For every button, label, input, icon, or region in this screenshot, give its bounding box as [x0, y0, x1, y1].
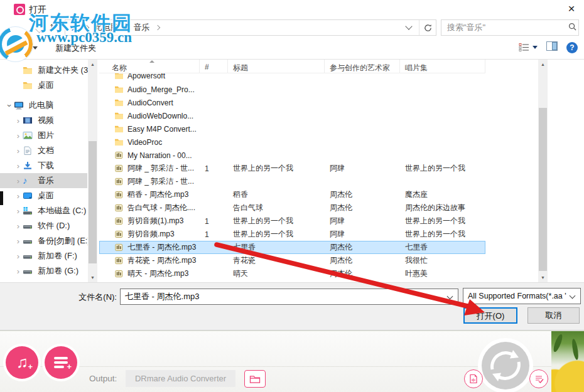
- views-button[interactable]: [519, 43, 538, 52]
- address-dropdown-icon[interactable]: [405, 23, 412, 29]
- file-artist: 阿肆: [325, 216, 400, 226]
- file-name: AudioWebDownlo...: [127, 112, 193, 120]
- converted-list-button[interactable]: [529, 369, 548, 388]
- file-row[interactable]: Easy M4P Convert...: [99, 122, 485, 135]
- sidebar-item[interactable]: ›本地磁盘 (C:): [0, 203, 99, 218]
- filename-combobox[interactable]: 七里香 - 周杰伦.mp3: [120, 289, 458, 305]
- tree-expander-icon[interactable]: ›: [14, 161, 23, 171]
- folder-icon: [114, 112, 124, 120]
- breadcrumb-separator: [123, 25, 128, 30]
- file-row[interactable]: 阿肆 _ 郭采洁 - 世...: [99, 175, 485, 188]
- file-title: 世界上的另一个我: [228, 163, 325, 174]
- refresh-icon[interactable]: [419, 20, 436, 35]
- audio-icon: [114, 217, 124, 226]
- organize-button[interactable]: 组织: [13, 43, 38, 54]
- column-header[interactable]: 名称: [99, 60, 200, 73]
- sidebar-item[interactable]: ›新加卷 (G:): [0, 263, 99, 278]
- file-row[interactable]: My Narration - 00...: [99, 149, 485, 162]
- desktop-wallpaper: [551, 331, 584, 392]
- file-row[interactable]: 剪切音频(1).mp31世界上的另一个我阿肆世界上的另一个我: [99, 215, 485, 228]
- tree-expander-icon[interactable]: ›: [14, 116, 23, 125]
- file-row[interactable]: AudioConvert: [99, 96, 485, 109]
- history-chevron-icon[interactable]: [35, 25, 43, 33]
- file-row[interactable]: AudioWebDownlo...: [99, 109, 485, 122]
- sidebar-item[interactable]: ›软件 (D:): [0, 218, 99, 233]
- help-icon[interactable]: ?: [566, 42, 578, 53]
- sidebar-item-label: 新建文件夹 (3): [38, 65, 91, 76]
- tree-expander-icon[interactable]: ›: [14, 131, 23, 140]
- file-name: 剪切音频(1).mp3: [127, 216, 183, 226]
- search-icon[interactable]: [568, 22, 578, 33]
- file-row[interactable]: 七里香 - 周杰伦.mp3七里香周杰伦七里香: [99, 241, 485, 254]
- navigation-bar: ↑ ♪ 此电脑 音乐 搜索"音乐": [0, 19, 584, 36]
- video-icon: [23, 116, 34, 125]
- file-row[interactable]: 告白气球 - 周杰伦....告白气球周杰伦周杰伦的床边故事: [99, 201, 485, 215]
- sidebar-item[interactable]: ›♪音乐: [0, 173, 87, 188]
- sidebar-item[interactable]: ›备份[勿删] (E:): [0, 233, 99, 248]
- breadcrumb-music[interactable]: 音乐: [134, 22, 150, 33]
- file-row[interactable]: 稻香 - 周杰伦.mp3稻香周杰伦魔杰座: [99, 188, 485, 201]
- column-header[interactable]: 唱片集: [400, 60, 485, 73]
- tree-expander-icon[interactable]: ›: [14, 267, 23, 276]
- open-button[interactable]: 打开(O): [463, 307, 517, 324]
- tree-expander-icon[interactable]: ›: [14, 176, 23, 186]
- output-folder-button[interactable]: [244, 370, 266, 388]
- dialog-footer: 文件名(N): 七里香 - 周杰伦.mp3 All Supported Form…: [0, 282, 584, 331]
- file-name: 告白气球 - 周杰伦....: [127, 203, 195, 213]
- file-row[interactable]: 晴天 - 周杰伦.mp3晴天周杰伦叶惠美: [99, 267, 485, 280]
- scroll-down-icon[interactable]: ▼: [538, 273, 548, 282]
- output-path-field[interactable]: DRmare Audio Converter: [126, 370, 235, 387]
- views-caret-icon: [533, 46, 538, 49]
- tree-expander-icon[interactable]: ›: [5, 101, 14, 110]
- sidebar-item[interactable]: ›此电脑: [0, 98, 99, 113]
- cancel-button[interactable]: 取消: [527, 307, 580, 324]
- tree-expander-icon[interactable]: ›: [14, 221, 23, 231]
- add-music-button[interactable]: ♫ +: [6, 346, 38, 379]
- scrollbar-thumb[interactable]: [539, 108, 547, 271]
- sidebar-item[interactable]: ›视频: [0, 113, 99, 128]
- tree-expander-icon[interactable]: ›: [14, 206, 23, 216]
- file-row[interactable]: 阿肆 _ 郭采洁 - 世...1世界上的另一个我阿肆世界上的另一个我: [99, 162, 485, 175]
- sidebar-item[interactable]: ›新加卷 (F:): [0, 248, 99, 263]
- file-title: 世界上的另一个我: [228, 229, 325, 240]
- audio-file-icon-button[interactable]: [464, 369, 483, 388]
- tree-expander-icon[interactable]: ›: [14, 252, 23, 261]
- filetype-select[interactable]: All Supported Formats(*.aa ': [463, 288, 581, 304]
- list-scrollbar[interactable]: ▲ ▼: [538, 60, 548, 282]
- sidebar-item[interactable]: ›图片: [0, 128, 99, 143]
- file-row[interactable]: 青花瓷 - 周杰伦.mp3青花瓷周杰伦我很忙: [99, 254, 485, 267]
- search-input[interactable]: 搜索"音乐": [441, 19, 579, 36]
- file-row[interactable]: Apowersoft: [99, 73, 485, 83]
- column-header[interactable]: 标题: [228, 60, 325, 73]
- sidebar-item[interactable]: 桌面: [0, 78, 99, 93]
- file-list: 名称#标题参与创作的艺术家唱片集 ApowersoftAudio_Merge_P…: [99, 60, 549, 282]
- sidebar-item[interactable]: 新建文件夹 (3): [0, 63, 99, 78]
- add-playlist-button[interactable]: +: [45, 346, 77, 379]
- file-row[interactable]: Audio_Merge_Pro...: [99, 83, 485, 96]
- sidebar-item[interactable]: ›下载: [0, 158, 99, 173]
- scroll-up-icon[interactable]: ▲: [538, 60, 548, 69]
- up-arrow-icon[interactable]: ↑: [49, 21, 55, 33]
- file-name: 阿肆 _ 郭采洁 - 世...: [127, 163, 194, 174]
- new-folder-button[interactable]: 新建文件夹: [55, 43, 96, 54]
- convert-button[interactable]: [478, 338, 533, 392]
- file-row[interactable]: VideoProc: [99, 135, 485, 149]
- sidebar-item-label: 本地磁盘 (C:): [38, 205, 86, 216]
- breadcrumb-this-pc[interactable]: 此电脑: [94, 22, 119, 33]
- column-header[interactable]: #: [200, 60, 228, 73]
- sidebar-item[interactable]: ›文档: [0, 143, 99, 158]
- preview-pane-button[interactable]: [546, 41, 558, 53]
- plus-icon: +: [28, 362, 33, 371]
- tree-expander-icon[interactable]: ›: [14, 236, 23, 246]
- scroll-down-icon[interactable]: ▼: [88, 273, 97, 282]
- column-header[interactable]: 参与创作的艺术家: [325, 60, 400, 73]
- file-row[interactable]: 剪切音频.mp31世界上的另一个我阿肆世界上的另一个我: [99, 228, 485, 241]
- sidebar-item[interactable]: ›桌面: [0, 188, 99, 203]
- scrollbar-thumb[interactable]: [89, 141, 97, 263]
- tree-expander-icon[interactable]: ›: [14, 191, 23, 201]
- tree-expander-icon[interactable]: ›: [14, 146, 23, 156]
- scroll-up-icon[interactable]: ▲: [88, 60, 97, 69]
- close-icon[interactable]: ×: [564, 1, 579, 16]
- address-bar[interactable]: ♪ 此电脑 音乐: [65, 19, 436, 36]
- sidebar-scrollbar[interactable]: ▲ ▼: [88, 60, 97, 282]
